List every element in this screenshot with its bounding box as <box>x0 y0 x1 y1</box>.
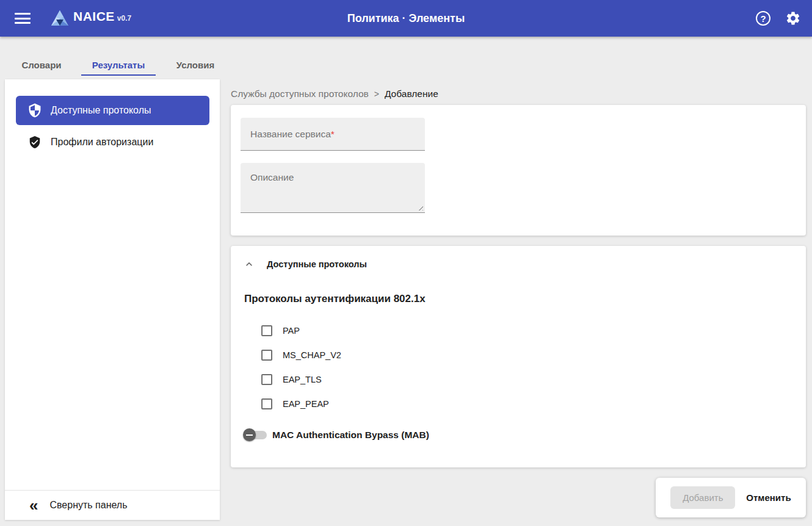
service-form-card: Название сервиса* Описание <box>231 105 806 236</box>
content-area: Доступные протоколы Профили авторизации … <box>0 79 812 526</box>
shield-half-icon <box>28 103 42 118</box>
service-name-label: Название сервиса <box>250 129 331 140</box>
tab-usloviya[interactable]: Условия <box>157 50 234 79</box>
required-asterisk: * <box>331 129 335 140</box>
appbar-actions: ? <box>756 10 801 26</box>
service-name-field[interactable]: Название сервиса* <box>241 118 425 151</box>
sidebar: Доступные протоколы Профили авторизации … <box>5 79 220 520</box>
checkbox-row-ms-chap-v2[interactable]: MS_CHAP_V2 <box>243 343 794 367</box>
tab-slovari[interactable]: Словари <box>3 50 80 79</box>
tab-rezultaty[interactable]: Результаты <box>80 50 157 79</box>
double-chevron-left-icon: « <box>29 497 38 513</box>
checkbox-row-pap[interactable]: PAP <box>243 319 794 343</box>
app-logo: NAICE v0.7 <box>50 9 131 27</box>
checkbox-ms-chap-v2[interactable] <box>261 350 272 361</box>
main-panel: Службы доступных протоколов > Добавление… <box>231 79 806 467</box>
logo-triangle-icon <box>50 9 70 27</box>
sidebar-item-label: Профили авторизации <box>51 137 153 148</box>
checkbox-label: EAP_TLS <box>283 375 322 384</box>
cancel-button[interactable]: Отменить <box>746 492 791 503</box>
checkbox-label: PAP <box>283 326 300 336</box>
sidebar-item-available-protocols[interactable]: Доступные протоколы <box>16 96 209 125</box>
checkbox-row-eap-tls[interactable]: EAP_TLS <box>243 367 794 392</box>
mab-toggle[interactable] <box>244 428 267 441</box>
breadcrumb-separator-icon: > <box>374 89 379 99</box>
auth-protocols-group-title: Протоколы аутентификации 802.1x <box>244 293 794 305</box>
settings-gear-icon[interactable] <box>785 10 801 26</box>
shield-check-icon <box>28 135 42 150</box>
chevron-up-icon <box>243 258 255 270</box>
app-version: v0.7 <box>117 14 131 23</box>
breadcrumb: Службы доступных протоколов > Добавление <box>231 79 806 101</box>
checkbox-pap[interactable] <box>261 325 272 336</box>
checkbox-label: MS_CHAP_V2 <box>283 350 341 360</box>
menu-icon[interactable] <box>15 13 31 24</box>
checkbox-label: EAP_PEAP <box>283 399 329 409</box>
protocols-section-header[interactable]: Доступные протоколы <box>243 258 794 270</box>
sidebar-item-label: Доступные протоколы <box>51 105 151 116</box>
app-bar: NAICE v0.7 Политика · Элементы ? <box>0 0 812 37</box>
protocols-card: Доступные протоколы Протоколы аутентифик… <box>231 246 806 467</box>
checkbox-eap-tls[interactable] <box>261 374 272 385</box>
description-label: Описание <box>250 172 294 182</box>
protocol-checkbox-list: PAP MS_CHAP_V2 EAP_TLS EAP_PEAP <box>243 319 794 416</box>
tabs-bar: Словари Результаты Условия <box>0 37 812 79</box>
sidebar-item-authorization-profiles[interactable]: Профили авторизации <box>16 128 209 157</box>
collapse-panel-label: Свернуть панель <box>49 500 127 511</box>
checkbox-eap-peap[interactable] <box>261 398 272 409</box>
add-button[interactable]: Добавить <box>670 486 735 509</box>
toggle-knob-minus-icon <box>243 428 256 441</box>
collapse-panel-button[interactable]: « Свернуть панель <box>5 490 220 520</box>
form-actions-card: Добавить Отменить <box>656 478 806 517</box>
mab-toggle-label: MAC Authentication Bypass (MAB) <box>272 430 429 441</box>
description-field[interactable]: Описание <box>241 163 425 213</box>
protocols-section-title: Доступные протоколы <box>267 259 367 269</box>
breadcrumb-current: Добавление <box>385 88 438 99</box>
help-icon[interactable]: ? <box>756 11 770 26</box>
app-name: NAICE <box>73 9 115 24</box>
sidebar-items: Доступные протоколы Профили авторизации <box>5 79 220 157</box>
breadcrumb-parent[interactable]: Службы доступных протоколов <box>231 88 369 99</box>
checkbox-row-eap-peap[interactable]: EAP_PEAP <box>243 392 794 416</box>
mab-toggle-row: MAC Authentication Bypass (MAB) <box>243 428 794 441</box>
textarea-resize-handle-icon[interactable] <box>417 204 423 211</box>
